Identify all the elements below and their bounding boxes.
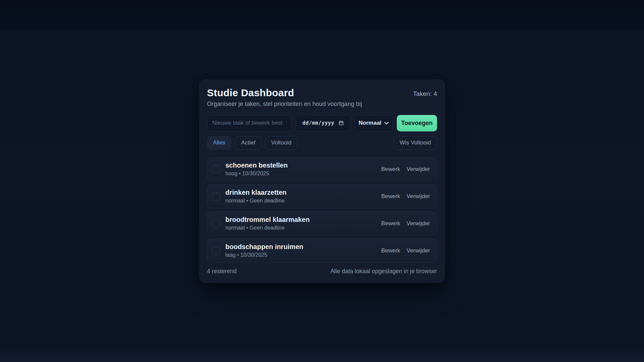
task-row: schoenen bestellen hoog • 10/30/2025 Bew… xyxy=(207,157,437,181)
clear-completed-button[interactable]: Wis Voltooid xyxy=(393,136,437,150)
task-checkbox[interactable] xyxy=(212,247,220,255)
deadline-date-input[interactable]: dd/mm/yyyy xyxy=(296,115,351,131)
task-row: boodschappen inruimen laag • 10/30/2025 … xyxy=(207,239,437,263)
delete-task-button[interactable]: Verwijder xyxy=(407,220,430,227)
task-actions: Bewerk Verwijder xyxy=(381,247,430,254)
remaining-count: 4 resterend xyxy=(207,268,237,275)
task-text: broodtrommel klaarmaken normaal • Geen d… xyxy=(225,216,310,231)
card-footer: 4 resterend Alle data lokaal opgeslagen … xyxy=(207,268,437,275)
task-row: broodtrommel klaarmaken normaal • Geen d… xyxy=(207,212,437,236)
task-text: schoenen bestellen hoog • 10/30/2025 xyxy=(225,162,288,177)
task-meta: normaal • Geen deadline xyxy=(225,225,310,231)
task-checkbox[interactable] xyxy=(212,192,220,200)
task-row: drinken klaarzetten normaal • Geen deadl… xyxy=(207,184,437,208)
add-task-button[interactable]: Toevoegen xyxy=(397,115,437,131)
storage-note: Alle data lokaal opgeslagen in je browse… xyxy=(330,268,437,275)
task-title: broodtrommel klaarmaken xyxy=(225,216,310,224)
priority-select[interactable]: Normaal xyxy=(355,115,393,131)
new-task-form: dd/mm/yyyy Normaal Toevoegen xyxy=(207,115,437,131)
delete-task-button[interactable]: Verwijder xyxy=(407,193,430,200)
task-title: boodschappen inruimen xyxy=(225,243,303,251)
header-text: Studie Dashboard Organiseer je taken, st… xyxy=(207,87,362,108)
edit-task-button[interactable]: Bewerk xyxy=(381,247,400,254)
edit-task-button[interactable]: Bewerk xyxy=(381,220,400,227)
edit-task-button[interactable]: Bewerk xyxy=(381,193,400,200)
task-checkbox[interactable] xyxy=(212,165,220,173)
task-checkbox[interactable] xyxy=(212,220,220,228)
filter-tab-all[interactable]: Alles xyxy=(207,136,231,150)
task-list: schoenen bestellen hoog • 10/30/2025 Bew… xyxy=(207,157,437,263)
filter-bar: Alles Actief Voltooid Wis Voltooid xyxy=(207,136,437,150)
edit-task-button[interactable]: Bewerk xyxy=(381,166,400,173)
task-count-badge: Taken: 4 xyxy=(413,90,437,98)
chevron-down-icon xyxy=(384,122,389,125)
calendar-icon[interactable] xyxy=(338,120,344,126)
priority-selected-value: Normaal xyxy=(359,120,381,126)
delete-task-button[interactable]: Verwijder xyxy=(407,247,430,254)
new-task-input[interactable] xyxy=(207,115,292,131)
filter-tab-completed[interactable]: Voltooid xyxy=(265,136,298,150)
task-actions: Bewerk Verwijder xyxy=(381,166,430,173)
page-subtitle: Organiseer je taken, stel prioriteiten e… xyxy=(207,101,362,108)
card-header: Studie Dashboard Organiseer je taken, st… xyxy=(207,87,437,108)
date-placeholder: dd/mm/yyyy xyxy=(303,120,334,126)
task-text: drinken klaarzetten normaal • Geen deadl… xyxy=(225,189,286,204)
task-text: boodschappen inruimen laag • 10/30/2025 xyxy=(225,243,303,258)
task-title: drinken klaarzetten xyxy=(225,189,286,196)
task-meta: normaal • Geen deadline xyxy=(225,198,286,204)
page-title: Studie Dashboard xyxy=(207,87,362,99)
filter-tab-active[interactable]: Actief xyxy=(235,136,262,150)
task-title: schoenen bestellen xyxy=(225,162,288,169)
dashboard-card: Studie Dashboard Organiseer je taken, st… xyxy=(199,79,445,283)
task-meta: laag • 10/30/2025 xyxy=(225,252,303,258)
task-meta: hoog • 10/30/2025 xyxy=(225,171,288,177)
delete-task-button[interactable]: Verwijder xyxy=(407,166,430,173)
task-actions: Bewerk Verwijder xyxy=(381,193,430,200)
task-actions: Bewerk Verwijder xyxy=(381,220,430,227)
